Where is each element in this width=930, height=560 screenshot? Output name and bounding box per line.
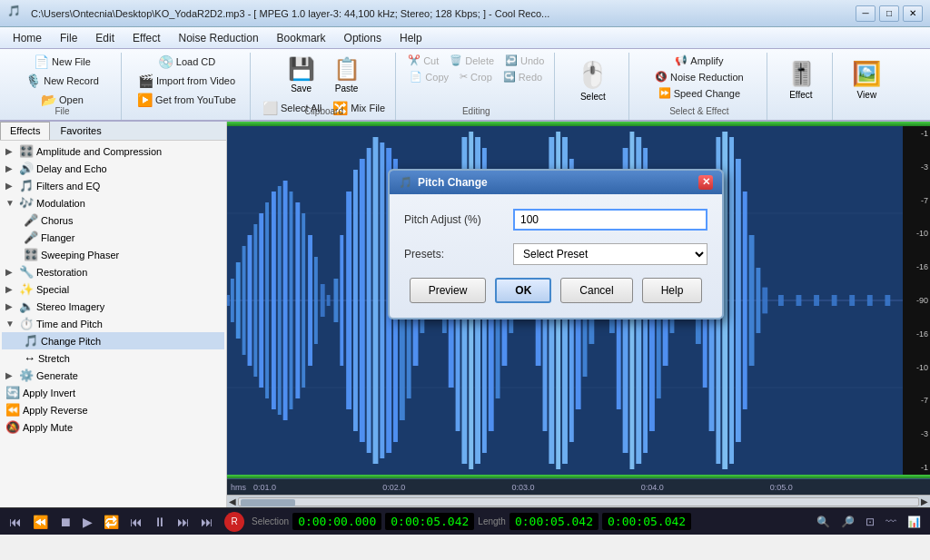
select-effect-label: Select & Effect (631, 106, 767, 116)
svg-rect-9 (253, 224, 257, 377)
cut-button[interactable]: ✂️ Cut (403, 53, 443, 68)
maximize-button[interactable]: □ (879, 5, 899, 22)
select-button[interactable]: 🖱️ Select (564, 53, 621, 109)
skip-start-btn[interactable]: ⏮ (5, 513, 25, 531)
effect-button[interactable]: 🎚️ Effect (776, 53, 826, 107)
menu-edit[interactable]: Edit (86, 29, 124, 47)
tree-amplitude[interactable]: ▶ 🎛️ Amplitude and Compression (2, 142, 224, 160)
preview-button[interactable]: Preview (410, 278, 487, 303)
zoom-in-btn[interactable]: 🔍 (813, 514, 834, 530)
save-button[interactable]: 💾 Save (281, 53, 322, 97)
svg-rect-17 (302, 213, 305, 388)
rewind-btn[interactable]: ⏪ (29, 513, 52, 531)
time-mark-4: 0:04.0 (641, 483, 770, 492)
svg-rect-20 (321, 284, 325, 317)
new-file-button[interactable]: 📄 New File (29, 53, 95, 71)
view-icon: 🖼️ (852, 60, 881, 88)
import-video-button[interactable]: 🎬 Import from Video (134, 72, 240, 90)
redo-button[interactable]: ↪️ Redo (499, 69, 547, 84)
selection-end-display: 0:00:05.042 (385, 513, 474, 530)
tree-stretch[interactable]: ↔️ Stretch (2, 349, 224, 367)
zoom-out-btn[interactable]: 🔎 (837, 514, 858, 530)
tree-chorus[interactable]: 🎤 Chorus (2, 211, 224, 229)
close-button[interactable]: ✕ (903, 5, 923, 22)
stop-btn[interactable]: ⏹ (55, 513, 75, 531)
time-mark-5: 0:05.0 (770, 483, 899, 492)
view-button[interactable]: 🖼️ View (841, 53, 892, 107)
copy-button[interactable]: 📄 Copy (405, 69, 453, 84)
presets-select[interactable]: Select Preset Chipmunk (+25%) Deep Voice… (513, 243, 707, 265)
minimize-button[interactable]: ─ (856, 5, 876, 22)
paste-icon: 📋 (333, 56, 361, 82)
paste-button[interactable]: 📋 Paste (326, 53, 368, 97)
menu-help[interactable]: Help (391, 29, 431, 47)
properties-btn[interactable]: 📊 (904, 514, 925, 530)
crop-button[interactable]: ✂ Crop (455, 69, 497, 84)
svg-rect-6 (236, 262, 241, 339)
menu-options[interactable]: Options (335, 29, 391, 47)
dialog-close-button[interactable]: ✕ (698, 175, 713, 190)
next-btn[interactable]: ⏭ (173, 513, 193, 531)
undo-button[interactable]: ↩️ Undo (500, 53, 549, 68)
amplify-button[interactable]: 📢 Amplify (670, 53, 727, 68)
pitch-adjust-input[interactable] (513, 209, 707, 231)
svg-rect-28 (373, 137, 379, 464)
prev-btn[interactable]: ⏮ (126, 513, 146, 531)
svg-rect-12 (272, 192, 276, 409)
menu-file[interactable]: File (51, 29, 86, 47)
noise-reduction-button[interactable]: 🔇 Noise Reduction (650, 69, 748, 84)
svg-rect-11 (265, 202, 269, 398)
zoom-wave-btn[interactable]: 〰 (882, 514, 900, 530)
menu-home[interactable]: Home (4, 29, 51, 47)
ok-button[interactable]: OK (495, 278, 551, 303)
effects-sidebar: Effects Favorites ▶ 🎛️ Amplitude and Com… (0, 122, 227, 507)
cancel-button[interactable]: Cancel (560, 278, 632, 303)
help-button[interactable]: Help (642, 278, 703, 303)
tree-apply-reverse[interactable]: ⏪ Apply Reverse (2, 401, 224, 418)
group-icon: 🎛️ (19, 144, 34, 158)
delete-button[interactable]: 🗑️ Delete (445, 53, 499, 68)
scrollbar-thumb[interactable] (241, 499, 295, 506)
tree-delay[interactable]: ▶ 🔊 Delay and Echo (2, 160, 224, 177)
expand-arrow: ▶ (5, 146, 16, 156)
zoom-fit-btn[interactable]: ⊡ (862, 514, 878, 530)
transport-bar: ⏮ ⏪ ⏹ ▶ 🔁 ⏮ ⏸ ⏭ ⏭ R Selection 0:00:00.00… (0, 507, 930, 535)
tree-restoration[interactable]: ▶ 🔧 Restoration (2, 263, 224, 280)
tree-apply-mute[interactable]: 🔕 Apply Mute (2, 418, 224, 436)
skip-end-btn[interactable]: ⏭ (197, 513, 217, 531)
tree-generate[interactable]: ▶ ⚙️ Generate (2, 367, 224, 384)
scrollbar-area[interactable]: ◀ ▶ (227, 495, 930, 507)
tree-change-pitch[interactable]: 🎵 Change Pitch (2, 332, 224, 349)
svg-rect-8 (248, 235, 252, 366)
record-button[interactable]: R (224, 512, 244, 532)
menu-bookmark[interactable]: Bookmark (268, 29, 335, 47)
scrollbar-track[interactable] (238, 497, 919, 506)
load-cd-button[interactable]: 💿 Load CD (153, 53, 220, 71)
loop-btn[interactable]: 🔁 (100, 513, 123, 531)
tree-filters[interactable]: ▶ 🎵 Filters and EQ (2, 177, 224, 194)
tree-modulation[interactable]: ▼ 🎶 Modulation (2, 194, 224, 211)
svg-rect-4 (227, 295, 230, 306)
scroll-left-btn[interactable]: ◀ (229, 496, 236, 506)
db-label: -3 (905, 429, 928, 438)
mute-icon: 🔕 (5, 420, 20, 434)
scroll-right-btn[interactable]: ▶ (921, 496, 928, 506)
tree-time-pitch[interactable]: ▼ ⏱️ Time and Pitch (2, 315, 224, 332)
tree-apply-invert[interactable]: 🔄 Apply Invert (2, 384, 224, 401)
new-record-button[interactable]: 🎙️ New Record (21, 72, 104, 90)
tree-sweeping-phaser[interactable]: 🎛️ Sweeping Phaser (2, 246, 224, 263)
menu-noise-reduction[interactable]: Noise Reduction (170, 29, 268, 47)
get-youtube-button[interactable]: ▶️ Get from YouTube (133, 91, 241, 109)
tree-flanger[interactable]: 🎤 Flanger (2, 229, 224, 246)
selection-label: Selection (252, 516, 289, 526)
open-icon: 📂 (41, 93, 56, 107)
pitch-adjust-label: Pitch Adjust (%) (404, 213, 504, 226)
favorites-tab[interactable]: Favorites (50, 122, 111, 140)
effects-tab[interactable]: Effects (0, 122, 50, 140)
tree-special[interactable]: ▶ ✨ Special (2, 280, 224, 298)
pause-btn[interactable]: ⏸ (150, 513, 170, 531)
menu-effect[interactable]: Effect (124, 29, 169, 47)
play-btn[interactable]: ▶ (79, 513, 96, 531)
speed-change-button[interactable]: ⏩ Speed Change (654, 85, 745, 101)
tree-stereo[interactable]: ▶ 🔈 Stereo Imagery (2, 298, 224, 315)
